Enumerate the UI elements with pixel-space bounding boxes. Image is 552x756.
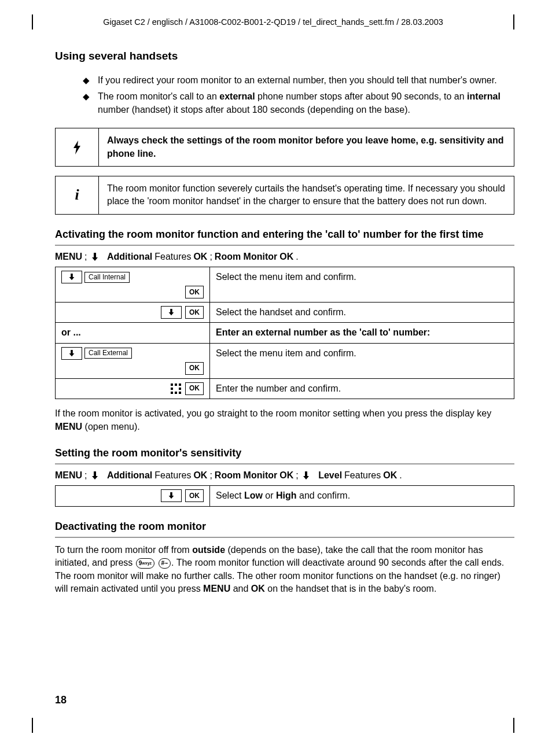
paragraph: To turn the room monitor off from outsid… (55, 544, 514, 596)
subsection-heading: Setting the room monitor's sensitivity (55, 446, 514, 460)
instruction-text: Select the menu item and confirm. (210, 267, 514, 303)
down-arrow-icon (91, 471, 99, 480)
instruction-text: Select Low or High and confirm. (210, 486, 514, 506)
key-9-icon: 9wxyz (136, 558, 154, 569)
bullet-text: The room monitor's call to an external p… (98, 90, 514, 116)
warning-text: Always check the settings of the room mo… (99, 128, 514, 166)
ok-key: OK (185, 362, 204, 375)
paragraph: If the room monitor is activated, you go… (55, 407, 514, 433)
keypad-icon (170, 383, 182, 394)
svg-rect-1 (175, 383, 177, 386)
menu-path: MENU; Additional Features OK; Room Monit… (55, 470, 514, 481)
svg-rect-5 (171, 392, 173, 394)
ok-key: OK (185, 286, 204, 298)
subsection-heading: Deactivating the room monitor (55, 519, 514, 533)
down-arrow-icon (91, 252, 99, 261)
procedure-table: Call Internal OK Select the menu item an… (55, 267, 514, 399)
info-box: i The room monitor function severely cur… (55, 176, 514, 215)
svg-rect-6 (175, 392, 177, 394)
section-heading: Using several handsets (55, 50, 514, 62)
svg-rect-0 (171, 383, 173, 386)
svg-rect-3 (171, 388, 173, 390)
ok-key: OK (185, 382, 204, 395)
menu-path: MENU; Additional Features OK; Room Monit… (55, 252, 514, 262)
bullet-marker-icon: ◆ (83, 74, 98, 87)
svg-rect-7 (179, 392, 181, 394)
instruction-text: Select the menu item and confirm. (210, 343, 514, 378)
divider (55, 245, 514, 246)
svg-rect-2 (179, 383, 181, 386)
down-key-icon (61, 347, 82, 360)
ok-key: OK (185, 306, 204, 319)
bullet-marker-icon: ◆ (83, 90, 98, 116)
info-icon: i (75, 186, 79, 204)
subsection-heading: Activating the room monitor function and… (55, 227, 514, 241)
instruction-text: Enter the number and confirm. (210, 378, 514, 399)
info-text: The room monitor function severely curta… (99, 176, 514, 214)
down-key-icon (161, 489, 182, 502)
divider (55, 463, 514, 464)
down-arrow-icon (302, 471, 310, 480)
svg-rect-4 (179, 388, 181, 390)
menu-item-label: Call External (84, 348, 132, 359)
bullet-text: If you redirect your room monitor to an … (98, 74, 514, 87)
menu-item-label: Call Internal (84, 272, 130, 283)
bullet-list: ◆ If you redirect your room monitor to a… (83, 74, 514, 116)
down-key-icon (161, 306, 182, 319)
ok-key: OK (185, 489, 204, 502)
instruction-text: Enter an external number as the 'call to… (210, 323, 514, 343)
or-label: or ... (56, 323, 210, 343)
lightning-icon (71, 139, 83, 156)
page-number: 18 (55, 694, 514, 706)
document-header: Gigaset C2 / englisch / A31008-C002-B001… (55, 17, 491, 27)
divider (55, 537, 514, 538)
key-hash-icon: #⊸ (159, 558, 171, 569)
down-key-icon (61, 271, 82, 283)
procedure-table: OK Select Low or High and confirm. (55, 485, 514, 506)
instruction-text: Select the handset and confirm. (210, 303, 514, 323)
warning-box: Always check the settings of the room mo… (55, 128, 514, 167)
